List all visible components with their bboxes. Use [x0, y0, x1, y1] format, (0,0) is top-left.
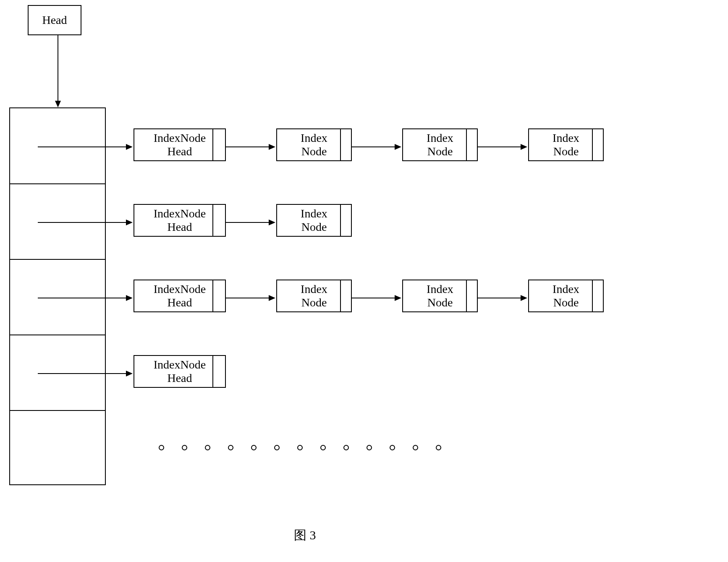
- index-node-box: Index Node: [402, 128, 478, 161]
- ellipsis-circle: [343, 445, 349, 450]
- svg-marker-3: [126, 144, 133, 150]
- ellipsis-circle: [297, 445, 303, 450]
- node-pointer-divider: [212, 356, 213, 387]
- ellipsis-circle: [436, 445, 441, 450]
- arrow-cell3-to-head: [38, 294, 134, 302]
- ellipsis-circle: [251, 445, 257, 450]
- arrow-head-to-array: [54, 35, 62, 108]
- ellipsis-circle: [182, 445, 187, 450]
- node-pointer-divider: [212, 280, 213, 311]
- array-divider-1: [9, 183, 106, 184]
- index-node-box: Index Node: [402, 280, 478, 312]
- arrow-row1-3: [478, 143, 528, 151]
- svg-marker-5: [269, 144, 275, 150]
- index-node-label: Index Node: [553, 282, 579, 309]
- array-divider-2: [9, 259, 106, 260]
- svg-marker-11: [126, 220, 133, 225]
- svg-marker-1: [55, 101, 61, 107]
- index-node-box: Index Node: [276, 204, 352, 237]
- index-node-box: Index Node: [528, 128, 604, 161]
- ellipsis-circle: [228, 445, 233, 450]
- node-pointer-divider: [340, 129, 341, 160]
- index-node-box: Index Node: [276, 280, 352, 312]
- ellipsis-circles: [159, 445, 441, 450]
- index-node-box: Index Node: [276, 128, 352, 161]
- index-node-label: Index Node: [301, 207, 327, 234]
- ellipsis-circle: [274, 445, 280, 450]
- ellipsis-circle: [320, 445, 326, 450]
- svg-marker-13: [269, 220, 275, 225]
- ellipsis-circle: [413, 445, 418, 450]
- node-pointer-divider: [212, 129, 213, 160]
- index-node-head-label: IndexNode Head: [154, 282, 206, 309]
- svg-marker-17: [269, 295, 275, 301]
- index-node-head-box: IndexNode Head: [134, 280, 226, 312]
- arrow-cell4-to-head: [38, 369, 134, 378]
- head-box: Head: [28, 5, 81, 35]
- arrow-row1-2: [352, 143, 402, 151]
- index-node-head-box: IndexNode Head: [134, 204, 226, 237]
- node-pointer-divider: [466, 129, 467, 160]
- array-divider-4: [9, 410, 106, 411]
- index-node-head-box: IndexNode Head: [134, 128, 226, 161]
- ellipsis-circle: [205, 445, 210, 450]
- svg-marker-7: [395, 144, 401, 150]
- arrow-row3-2: [352, 294, 402, 302]
- index-node-label: Index Node: [301, 131, 327, 158]
- index-node-label: Index Node: [427, 282, 453, 309]
- arrow-row3-3: [478, 294, 528, 302]
- arrow-cell1-to-head: [38, 143, 134, 151]
- svg-marker-23: [126, 371, 133, 376]
- node-pointer-divider: [466, 280, 467, 311]
- ellipsis-circle: [367, 445, 372, 450]
- node-pointer-divider: [592, 280, 593, 311]
- node-pointer-divider: [592, 129, 593, 160]
- svg-marker-9: [521, 144, 527, 150]
- index-node-box: Index Node: [528, 280, 604, 312]
- index-node-head-label: IndexNode Head: [154, 207, 206, 234]
- figure-caption: 图 3: [294, 527, 316, 544]
- index-node-head-box: IndexNode Head: [134, 355, 226, 388]
- head-label: Head: [42, 13, 67, 27]
- arrow-cell2-to-head: [38, 218, 134, 227]
- ellipsis-circle: [390, 445, 395, 450]
- array-divider-3: [9, 335, 106, 335]
- svg-marker-21: [521, 295, 527, 301]
- arrow-row3-1: [226, 294, 276, 302]
- index-node-head-label: IndexNode Head: [154, 358, 206, 385]
- index-node-label: Index Node: [427, 131, 453, 158]
- svg-marker-19: [395, 295, 401, 301]
- index-node-head-label: IndexNode Head: [154, 131, 206, 158]
- index-node-label: Index Node: [553, 131, 579, 158]
- index-node-label: Index Node: [301, 282, 327, 309]
- svg-marker-15: [126, 295, 133, 301]
- arrow-row2-1: [226, 218, 276, 227]
- node-pointer-divider: [340, 205, 341, 236]
- node-pointer-divider: [340, 280, 341, 311]
- arrow-row1-1: [226, 143, 276, 151]
- ellipsis-circle: [159, 445, 164, 450]
- node-pointer-divider: [212, 205, 213, 236]
